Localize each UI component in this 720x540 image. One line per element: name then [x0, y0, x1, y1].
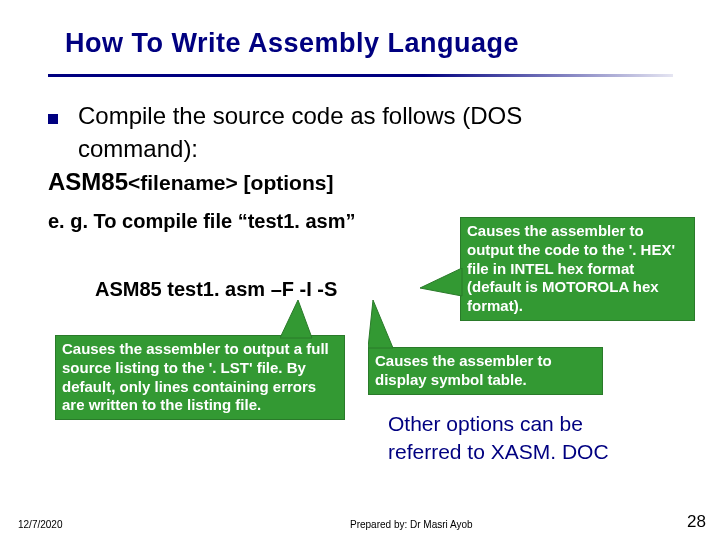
- callout-lst-file: Causes the assembler to output a full so…: [55, 335, 345, 420]
- bullet-line2: command):: [78, 133, 198, 165]
- other-options-line2: referred to XASM. DOC: [388, 440, 609, 464]
- bullet-icon: [48, 114, 58, 124]
- callout-symbol-table: Causes the assembler to display symbol t…: [368, 347, 603, 395]
- svg-marker-0: [280, 300, 312, 338]
- other-options-line1: Other options can be: [388, 412, 583, 436]
- command-syntax: ASM85<filename> [options]: [48, 168, 333, 196]
- svg-marker-2: [368, 300, 393, 348]
- callout-tail-icon: [368, 300, 408, 350]
- cmd-options: [options]: [238, 171, 334, 194]
- cmd-filename: <filename>: [128, 171, 238, 194]
- footer-page-number: 28: [687, 512, 706, 532]
- title-underline: [48, 74, 673, 77]
- example-intro: e. g. To compile file “test1. asm”: [48, 210, 356, 233]
- callout-tail-icon: [280, 300, 330, 340]
- callout-tail-icon: [420, 268, 465, 308]
- footer-date: 12/7/2020: [18, 519, 63, 530]
- svg-marker-1: [420, 268, 462, 296]
- callout-hex-file: Causes the assembler to output the code …: [460, 217, 695, 321]
- cmd-name: ASM85: [48, 168, 128, 195]
- bullet-line1: Compile the source code as follows (DOS: [78, 100, 522, 132]
- example-command: ASM85 test1. asm –F -I -S: [95, 278, 337, 301]
- footer-author: Prepared by: Dr Masri Ayob: [350, 519, 473, 530]
- slide-title: How To Write Assembly Language: [65, 28, 519, 59]
